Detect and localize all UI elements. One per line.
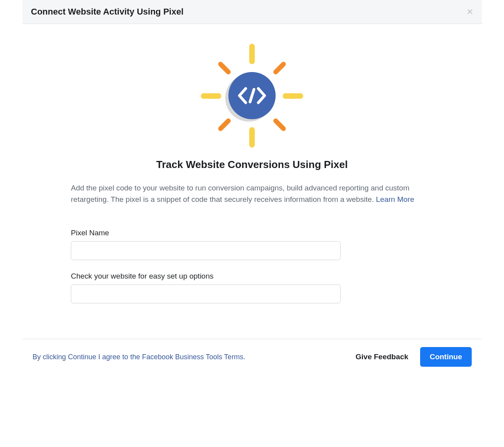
modal-footer: By clicking Continue I agree to the Face… [22, 339, 482, 375]
content-section: Track Website Conversions Using Pixel Ad… [71, 159, 433, 315]
pixel-name-input[interactable] [71, 241, 341, 260]
website-check-input[interactable] [71, 284, 341, 303]
modal-title: Connect Website Activity Using Pixel [31, 7, 184, 17]
terms-link[interactable]: By clicking Continue I agree to the Face… [33, 353, 246, 361]
give-feedback-link[interactable]: Give Feedback [356, 353, 408, 361]
continue-button[interactable]: Continue [420, 347, 471, 367]
description-text: Add the pixel code to your website to ru… [71, 183, 433, 205]
pixel-setup-modal: Connect Website Activity Using Pixel × [22, 0, 482, 375]
code-circle-icon [228, 72, 276, 119]
learn-more-link[interactable]: Learn More [376, 195, 414, 203]
modal-body: Track Website Conversions Using Pixel Ad… [22, 24, 482, 339]
footer-actions: Give Feedback Continue [356, 347, 471, 367]
pixel-name-label: Pixel Name [71, 229, 433, 237]
description-body: Add the pixel code to your website to ru… [71, 184, 410, 203]
modal-header: Connect Website Activity Using Pixel × [22, 0, 482, 24]
close-icon[interactable]: × [467, 6, 473, 17]
section-heading: Track Website Conversions Using Pixel [71, 159, 433, 171]
code-brackets-icon [238, 87, 266, 104]
pixel-sun-illustration [197, 40, 307, 150]
website-check-label: Check your website for easy set up optio… [71, 272, 433, 281]
